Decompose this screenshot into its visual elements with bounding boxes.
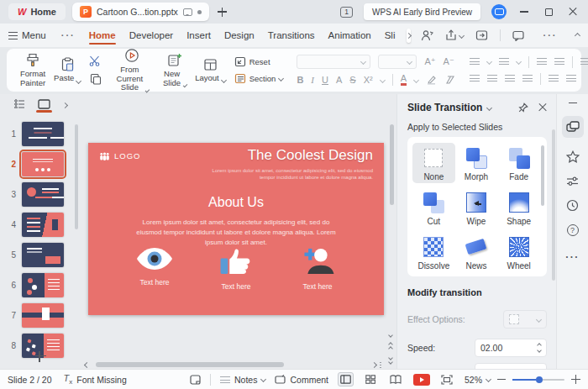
tab-developer[interactable]: Developer bbox=[123, 24, 180, 47]
tab-animation[interactable]: Animation bbox=[322, 24, 378, 47]
justify-button[interactable] bbox=[522, 75, 533, 82]
slide-thumbnail-4[interactable]: 4 bbox=[0, 212, 81, 237]
reading-view-button[interactable] bbox=[388, 372, 404, 386]
increase-indent-button[interactable] bbox=[554, 58, 564, 66]
about-us-body[interactable]: Lorem ipsum dolor sit amet, consectetur … bbox=[132, 218, 340, 248]
transition-cut[interactable]: Cut bbox=[412, 187, 455, 228]
cut-icon[interactable] bbox=[89, 55, 102, 66]
section-button[interactable]: Section bbox=[234, 73, 284, 84]
slide-title[interactable]: The Coolest Design bbox=[248, 147, 373, 164]
tab-insert[interactable]: Insert bbox=[180, 24, 218, 47]
main-menu-button[interactable]: Menu bbox=[8, 30, 55, 40]
normal-view-button[interactable] bbox=[338, 372, 354, 386]
tab-transitions[interactable]: Transitions bbox=[261, 24, 322, 47]
document-tab[interactable]: Cartoon G...tion.pptx bbox=[72, 3, 209, 21]
feature-item-eye[interactable]: Text here bbox=[117, 247, 192, 291]
collapse-rail-icon[interactable] bbox=[569, 103, 577, 103]
panel-scrollbar[interactable] bbox=[552, 129, 555, 281]
bold-button[interactable] bbox=[297, 75, 303, 85]
notes-button[interactable]: Notes bbox=[220, 375, 265, 385]
slide-thumbnail-5[interactable]: 5 bbox=[0, 242, 81, 267]
align-center-button[interactable] bbox=[487, 75, 497, 82]
comment-bubble-icon[interactable] bbox=[512, 30, 524, 41]
horizontal-scroll-thumb[interactable] bbox=[96, 362, 284, 367]
increase-font-size-button[interactable] bbox=[424, 56, 435, 67]
collapse-panel-icon[interactable] bbox=[61, 102, 67, 108]
slide-logo[interactable]: LOGO bbox=[99, 151, 140, 160]
feature-item-add-person[interactable]: Text here bbox=[280, 247, 355, 291]
favorites-star-icon[interactable] bbox=[566, 150, 580, 163]
character-spacing-button[interactable] bbox=[336, 75, 342, 85]
close-panel-icon[interactable] bbox=[538, 103, 547, 112]
new-slide-button[interactable]: New Slide bbox=[162, 53, 186, 88]
transition-fade[interactable]: Fade bbox=[497, 143, 540, 183]
message-center-icon[interactable] bbox=[491, 4, 507, 19]
line-spacing-button[interactable] bbox=[549, 75, 559, 82]
format-painter-button[interactable]: Format Painter bbox=[20, 53, 45, 88]
transition-dissolve[interactable]: Dissolve bbox=[412, 232, 455, 272]
share-button[interactable] bbox=[445, 29, 464, 41]
quick-access-more-icon[interactable] bbox=[55, 30, 82, 40]
strikethrough-button[interactable] bbox=[349, 75, 355, 85]
slide-thumbnail-6[interactable]: 6 bbox=[0, 272, 81, 297]
bullet-list-button[interactable] bbox=[470, 58, 480, 66]
transition-none[interactable]: None bbox=[412, 143, 455, 183]
clear-format-icon[interactable] bbox=[444, 75, 456, 85]
transition-wipe[interactable]: Wipe bbox=[455, 187, 498, 228]
slide-thumbnail-3[interactable]: 3 bbox=[0, 181, 81, 207]
tab-design[interactable]: Design bbox=[218, 24, 261, 47]
reset-button[interactable]: Reset bbox=[234, 56, 270, 67]
help-icon[interactable] bbox=[567, 224, 579, 236]
transition-shape[interactable]: Shape bbox=[497, 187, 540, 228]
italic-button[interactable] bbox=[311, 75, 314, 85]
decrease-font-size-button[interactable] bbox=[444, 56, 454, 67]
transition-morph[interactable]: Morph bbox=[455, 143, 498, 183]
fit-slide-button[interactable] bbox=[439, 372, 455, 386]
minimize-button[interactable] bbox=[517, 5, 531, 18]
font-color-button[interactable] bbox=[401, 74, 407, 86]
slide-view-tab[interactable] bbox=[38, 99, 50, 112]
speed-down-icon[interactable] bbox=[537, 348, 542, 353]
highlight-button[interactable] bbox=[426, 75, 437, 85]
properties-sliders-icon[interactable] bbox=[566, 176, 579, 187]
wps-ai-preview-button[interactable]: WPS AI Early Bird Preview bbox=[364, 3, 480, 20]
zoom-slider[interactable] bbox=[512, 379, 564, 381]
columns-button[interactable] bbox=[566, 75, 576, 82]
pick-up-where-left-icon[interactable] bbox=[475, 29, 488, 41]
from-current-slide-button[interactable]: From Current Slide bbox=[115, 48, 149, 93]
tab-home[interactable]: Home bbox=[82, 24, 123, 47]
paste-button[interactable]: Paste bbox=[54, 57, 81, 83]
text-direction-button[interactable] bbox=[580, 58, 588, 66]
horizontal-scrollbar[interactable] bbox=[85, 361, 381, 368]
slide-thumbnail-7[interactable]: 7 bbox=[0, 302, 81, 328]
vertical-scroll-thumb[interactable] bbox=[390, 124, 394, 205]
outline-view-tab[interactable] bbox=[14, 99, 25, 111]
scroll-right-icon[interactable] bbox=[371, 361, 377, 367]
thumbnail-scrollbar[interactable] bbox=[75, 124, 78, 229]
history-clock-icon[interactable] bbox=[566, 199, 579, 212]
pane-splitter-handle[interactable] bbox=[380, 362, 381, 368]
superscript-button[interactable] bbox=[364, 75, 373, 85]
previous-slide-button[interactable] bbox=[389, 343, 392, 350]
collapse-ribbon-icon[interactable] bbox=[575, 32, 580, 38]
slide-thumbnail-2-selected[interactable]: 2 bbox=[0, 151, 81, 176]
gallery-scrollbar[interactable] bbox=[541, 145, 544, 206]
speed-spinner[interactable]: 02.00 bbox=[475, 339, 547, 357]
transition-pane-button-active[interactable] bbox=[562, 116, 584, 138]
speed-up-icon[interactable] bbox=[537, 343, 542, 348]
slide-position-indicator[interactable]: Slide 2 / 20 bbox=[8, 375, 52, 385]
close-button[interactable] bbox=[566, 5, 580, 18]
comment-button[interactable]: Comment bbox=[275, 375, 328, 385]
zoom-in-button[interactable] bbox=[571, 375, 580, 384]
copy-icon[interactable] bbox=[90, 73, 102, 85]
next-slide-button[interactable] bbox=[389, 356, 392, 364]
new-tab-button[interactable] bbox=[216, 6, 228, 18]
tab-slideshow-truncated[interactable]: Sli bbox=[378, 24, 402, 47]
decrease-indent-button[interactable] bbox=[537, 58, 547, 66]
scroll-down-icon[interactable] bbox=[388, 333, 393, 338]
collaborate-icon[interactable] bbox=[421, 29, 433, 41]
zoom-level-button[interactable]: 52% bbox=[465, 375, 491, 385]
about-us-heading[interactable]: About Us bbox=[88, 195, 384, 210]
font-color-dropdown-icon[interactable] bbox=[413, 76, 419, 82]
font-size-combobox[interactable] bbox=[378, 55, 417, 69]
